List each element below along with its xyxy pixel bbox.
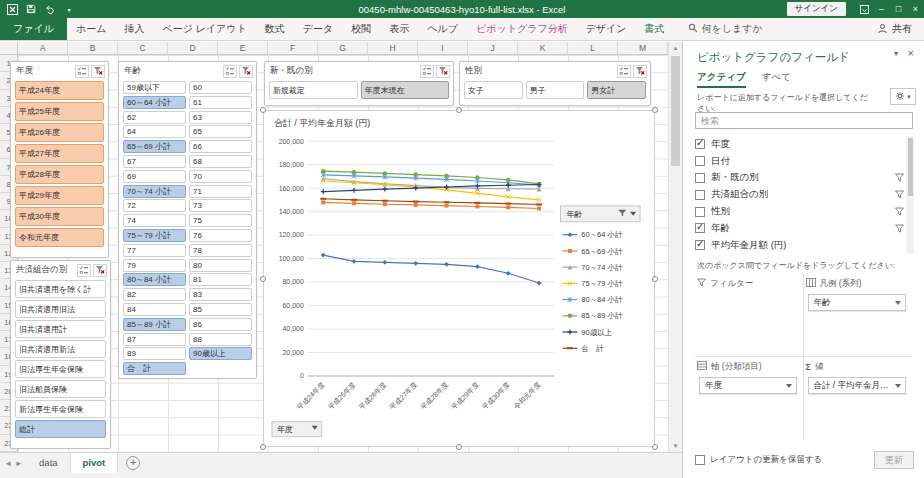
slicer-item-旧共済適用を除く計[interactable]: 旧共済適用を除く計 [15,280,106,298]
slicer-item-82[interactable]: 82 [123,288,186,301]
slicer-nendo[interactable]: 年度平成24年度平成25年度平成26年度平成27年度平成28年度平成29年度平成… [10,61,109,258]
slicer-item-80[interactable]: 80 [189,259,252,272]
slicer-item-85～89 小計[interactable]: 85～89 小計 [123,318,186,331]
slicer-item-旧法厚生年金保険[interactable]: 旧法厚生年金保険 [15,360,106,378]
column-header-G[interactable]: G [318,42,368,54]
select-all-corner[interactable] [0,42,18,55]
slicer-item-男女計[interactable]: 男女計 [587,81,646,99]
area-body[interactable] [697,291,799,294]
slicer-kyosai-kumiai[interactable]: 共済組合の別旧共済適用を除く計旧共済適用旧法旧共済適用計旧共済適用新法旧法厚生年… [10,260,111,449]
maximize-button[interactable]: □ [890,0,907,18]
multi-select-icon[interactable] [420,65,434,78]
field-row-共済組合の別[interactable]: 共済組合の別 [695,186,904,203]
slicer-item-85[interactable]: 85 [189,303,252,316]
pane-options-icon[interactable]: ▾ [894,49,898,58]
slicer-item-83[interactable]: 83 [189,288,252,301]
area-body[interactable]: 年齢 [806,291,909,311]
slicer-item-旧共済適用新法[interactable]: 旧共済適用新法 [15,340,106,358]
column-header-D[interactable]: D [168,42,218,54]
multi-select-icon[interactable] [223,65,237,78]
slicer-item-80～84 小計[interactable]: 80～84 小計 [123,273,186,286]
field-chip-年度[interactable]: 年度 [699,377,797,394]
slicer-item-旧共済適用計[interactable]: 旧共済適用計 [15,320,106,338]
sheet-tab-pivot[interactable]: pivot [71,453,119,473]
multi-select-icon[interactable] [617,65,631,78]
chart-handle[interactable] [260,444,266,450]
pivot-chart[interactable]: 020,00040,00060,00080,000100,000120,0001… [263,110,655,447]
ribbon-tab-数式[interactable]: 数式 [256,18,294,40]
slicer-item-88[interactable]: 88 [189,333,252,346]
undo-icon[interactable] [44,3,56,15]
ribbon-tab-ピボットグラフ分析[interactable]: ピボットグラフ分析 [467,18,577,40]
column-header-M[interactable]: M [618,42,668,54]
ribbon-tab-ファイル[interactable]: ファイル [0,18,67,40]
slicer-item-平成27年度[interactable]: 平成27年度 [15,144,104,163]
pane-close-icon[interactable]: × [908,47,914,59]
slicer-item-60～64 小計[interactable]: 60～64 小計 [123,96,186,109]
slicer-item-64[interactable]: 64 [123,125,186,138]
scroll-down-icon[interactable]: ▾ [669,440,682,452]
slicer-item-平成29年度[interactable]: 平成29年度 [15,186,104,205]
column-header-F[interactable]: F [268,42,318,54]
slicer-item-男子[interactable]: 男子 [526,81,585,99]
column-header-B[interactable]: B [68,42,118,54]
fields-options-button[interactable]: ▾ [890,88,916,105]
worksheet-scrollbar[interactable]: ▴ ▾ [668,42,682,452]
field-row-日付[interactable]: 日付 [695,153,904,170]
field-checkbox[interactable] [695,190,705,200]
ribbon-tab-データ[interactable]: データ [294,18,342,40]
field-checkbox[interactable] [695,240,705,250]
chart-handle[interactable] [652,107,658,113]
scroll-up-icon[interactable]: ▴ [669,42,682,54]
slicer-item-65～69 小計[interactable]: 65～69 小計 [123,140,186,153]
clear-filter-icon[interactable] [91,65,105,78]
field-search-input[interactable] [695,112,913,129]
slicer-item-66[interactable]: 66 [189,140,252,153]
slicer-item-年度末現在[interactable]: 年度末現在 [361,81,450,99]
slicer-item-新規裁定[interactable]: 新規裁定 [269,81,358,99]
field-row-性別[interactable]: 性別 [695,203,904,220]
ribbon-tab-書式[interactable]: 書式 [636,18,674,40]
slicer-item-72[interactable]: 72 [123,199,186,212]
slicer-item-67[interactable]: 67 [123,155,186,168]
save-icon[interactable] [25,3,37,15]
slicer-item-69[interactable]: 69 [123,170,186,183]
field-row-平均年金月額 (円)[interactable]: 平均年金月額 (円) [695,237,904,254]
field-row-年度[interactable]: 年度 [695,136,904,153]
qat-customize-icon[interactable]: ▾ [63,3,75,15]
minimize-button[interactable]: – [873,0,890,18]
slicer-item-63[interactable]: 63 [189,111,252,124]
field-checkbox[interactable] [695,156,705,166]
column-header-A[interactable]: A [18,42,68,54]
slicer-item-75～79 小計[interactable]: 75～79 小計 [123,229,186,242]
slicer-item-70[interactable]: 70 [189,170,252,183]
field-chip-合計 / 平均年金月額...[interactable]: 合計 / 平均年金月額... [808,377,907,394]
ribbon-display-options-icon[interactable] [856,0,873,18]
slicer-item-旧法船員保険[interactable]: 旧法船員保険 [15,380,106,398]
slicer-item-78[interactable]: 78 [189,244,252,257]
defer-checkbox[interactable] [695,455,705,465]
clear-filter-icon[interactable] [239,65,253,78]
slicer-item-86[interactable]: 86 [189,318,252,331]
sheet-tab-data[interactable]: data [27,453,71,473]
slicer-seibetsu[interactable]: 性別女子男子男女計 [459,61,651,106]
slicer-item-68[interactable]: 68 [189,155,252,168]
field-checkbox[interactable] [695,173,705,183]
column-header-J[interactable]: J [468,42,518,54]
field-list-scrollbar[interactable] [906,136,914,254]
slicer-item-74[interactable]: 74 [123,214,186,227]
excel-app-icon[interactable] [6,3,18,15]
slicer-item-総計[interactable]: 総計 [15,420,106,438]
slicer-item-71[interactable]: 71 [189,185,252,198]
field-row-新・既の別[interactable]: 新・既の別 [695,170,904,187]
slicer-item-87[interactable]: 87 [123,333,186,346]
slicer-item-65[interactable]: 65 [189,125,252,138]
slicer-item-60[interactable]: 60 [189,81,252,94]
panel-tab-すべて[interactable]: すべて [762,71,791,88]
column-header-E[interactable]: E [218,42,268,54]
area-body[interactable]: 合計 / 平均年金月額... [806,374,909,394]
ribbon-tab-ホーム[interactable]: ホーム [67,18,115,40]
slicer-item-旧共済適用旧法[interactable]: 旧共済適用旧法 [15,300,106,318]
column-header-C[interactable]: C [118,42,168,54]
prev-sheet-icon[interactable]: ◂ [6,458,11,468]
